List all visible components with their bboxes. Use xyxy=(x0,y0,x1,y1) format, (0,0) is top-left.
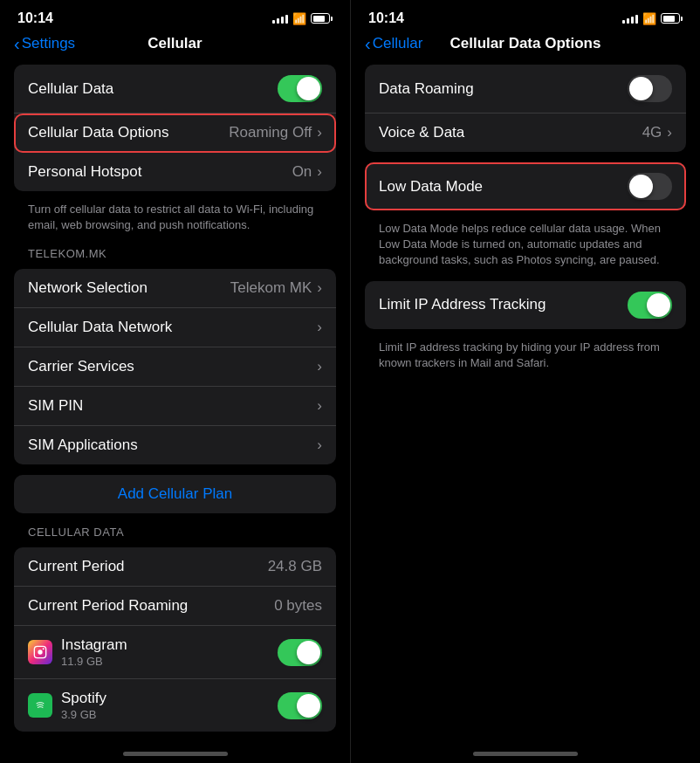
network-selection-value: Telekom MK xyxy=(230,279,312,297)
add-plan-group[interactable]: Add Cellular Plan xyxy=(14,475,336,513)
network-selection-row[interactable]: Network Selection Telekom MK › xyxy=(14,269,336,308)
battery-icon-right xyxy=(661,13,683,24)
back-button-left[interactable]: ‹ Settings xyxy=(14,35,75,52)
instagram-toggle[interactable] xyxy=(278,639,322,666)
limit-ip-description: Limit IP address tracking by hiding your… xyxy=(351,334,700,378)
data-roaming-row[interactable]: Data Roaming xyxy=(365,65,686,113)
cellular-data-toggle[interactable] xyxy=(278,75,322,102)
add-plan-label: Add Cellular Plan xyxy=(118,485,232,503)
low-data-mode-toggle[interactable] xyxy=(628,173,672,200)
personal-hotspot-row[interactable]: Personal Hotspot On › xyxy=(14,153,336,191)
instagram-size: 11.9 GB xyxy=(61,655,127,668)
sim-pin-right: › xyxy=(317,397,322,415)
sim-applications-label: SIM Applications xyxy=(28,436,138,454)
spotify-size: 3.9 GB xyxy=(61,708,106,721)
carrier-services-label: Carrier Services xyxy=(28,358,134,375)
chevron-right-icon: › xyxy=(317,279,322,297)
low-data-mode-label: Low Data Mode xyxy=(379,178,483,196)
instagram-info: Instagram 11.9 GB xyxy=(61,636,127,668)
current-period-roaming-label: Current Period Roaming xyxy=(28,597,188,615)
instagram-label: Instagram xyxy=(61,636,127,654)
signal-icon xyxy=(272,13,288,24)
home-indicator-right xyxy=(351,378,700,763)
voice-data-value: 4G xyxy=(642,124,662,141)
battery-icon xyxy=(311,13,333,24)
spotify-info: Spotify 3.9 GB xyxy=(61,690,106,721)
carrier-services-row[interactable]: Carrier Services › xyxy=(14,347,336,387)
telekom-settings-group: Network Selection Telekom MK › Cellular … xyxy=(14,269,336,464)
carrier-services-right: › xyxy=(317,358,322,375)
chevron-right-icon: › xyxy=(317,397,322,415)
cellular-data-network-right: › xyxy=(317,319,322,336)
personal-hotspot-right: On › xyxy=(292,163,322,181)
cellular-data-section-label: CELLULAR DATA xyxy=(0,519,350,542)
cellular-description: Turn off cellular data to restrict all d… xyxy=(0,196,350,240)
telekom-section-label: TELEKOM.MK xyxy=(0,240,350,264)
cellular-data-network-row[interactable]: Cellular Data Network › xyxy=(14,308,336,347)
time-right: 10:14 xyxy=(368,10,404,26)
svg-point-2 xyxy=(43,649,45,650)
cellular-data-row[interactable]: Cellular Data xyxy=(14,65,336,113)
cellular-data-options-right: Roaming Off › xyxy=(229,124,322,141)
status-bar-right: 10:14 📶 xyxy=(351,0,700,31)
voice-data-right: 4G › xyxy=(642,124,672,141)
spotify-toggle[interactable] xyxy=(278,692,322,719)
sim-pin-label: SIM PIN xyxy=(28,397,83,415)
voice-data-row[interactable]: Voice & Data 4G › xyxy=(365,113,686,152)
voice-data-label: Voice & Data xyxy=(379,124,464,141)
sim-applications-row[interactable]: SIM Applications › xyxy=(14,426,336,464)
instagram-row[interactable]: Instagram 11.9 GB xyxy=(14,626,336,679)
sim-pin-row[interactable]: SIM PIN › xyxy=(14,387,336,426)
status-bar-left: 10:14 📶 xyxy=(0,0,350,31)
spotify-row[interactable]: Spotify 3.9 GB xyxy=(14,679,336,732)
chevron-right-icon: › xyxy=(317,124,322,141)
chevron-right-icon: › xyxy=(317,436,322,454)
cellular-data-network-label: Cellular Data Network xyxy=(28,319,172,336)
network-selection-right: Telekom MK › xyxy=(230,279,322,297)
personal-hotspot-label: Personal Hotspot xyxy=(28,163,141,181)
data-roaming-toggle[interactable] xyxy=(628,75,672,102)
left-screen: 10:14 📶 ‹ Settings Cellular Cellular Da xyxy=(0,0,350,763)
current-period-roaming-row: Current Period Roaming 0 bytes xyxy=(14,587,336,626)
current-period-row: Current Period 24.8 GB xyxy=(14,547,336,587)
status-icons-right: 📶 xyxy=(622,12,683,25)
nav-bar-right: ‹ Cellular Cellular Data Options xyxy=(351,31,700,59)
current-period-roaming-value: 0 bytes xyxy=(274,597,322,615)
limit-ip-row[interactable]: Limit IP Address Tracking xyxy=(365,281,686,329)
add-plan-button[interactable]: Add Cellular Plan xyxy=(14,475,336,513)
instagram-icon xyxy=(28,640,52,664)
back-button-right[interactable]: ‹ Cellular xyxy=(365,35,422,52)
low-data-description: Low Data Mode helps reduce cellular data… xyxy=(351,216,700,276)
home-indicator-left xyxy=(0,737,350,763)
main-settings-group: Cellular Data Cellular Data Options Roam… xyxy=(14,65,336,191)
current-period-label: Current Period xyxy=(28,558,125,575)
network-selection-label: Network Selection xyxy=(28,279,148,297)
limit-ip-toggle[interactable] xyxy=(628,292,672,319)
signal-icon-right xyxy=(622,13,638,24)
chevron-right-icon: › xyxy=(667,124,672,141)
data-roaming-label: Data Roaming xyxy=(379,80,474,98)
cellular-data-label: Cellular Data xyxy=(28,80,113,98)
cellular-data-options-row[interactable]: Cellular Data Options Roaming Off › xyxy=(14,113,336,153)
personal-hotspot-value: On xyxy=(292,163,312,181)
nav-bar-left: ‹ Settings Cellular xyxy=(0,31,350,59)
svg-point-0 xyxy=(38,650,42,655)
svg-point-3 xyxy=(34,700,45,711)
spotify-icon xyxy=(28,693,52,718)
nav-title-right: Cellular Data Options xyxy=(450,35,601,52)
back-chevron-left: ‹ xyxy=(14,35,20,52)
spotify-label: Spotify xyxy=(61,690,106,707)
low-data-mode-group: Low Data Mode xyxy=(365,162,686,210)
home-bar-left xyxy=(123,752,228,756)
cellular-data-options-label: Cellular Data Options xyxy=(28,124,169,141)
time-left: 10:14 xyxy=(17,10,53,26)
limit-ip-label: Limit IP Address Tracking xyxy=(379,296,546,313)
current-period-value: 24.8 GB xyxy=(268,558,322,575)
wifi-icon: 📶 xyxy=(292,12,306,25)
instagram-row-left: Instagram 11.9 GB xyxy=(28,636,127,668)
chevron-right-icon: › xyxy=(317,358,322,375)
right-screen: 10:14 📶 ‹ Cellular Cellular Data Options… xyxy=(350,0,700,763)
low-data-mode-row[interactable]: Low Data Mode xyxy=(365,162,686,210)
cellular-data-options-value: Roaming Off xyxy=(229,124,312,141)
data-options-group: Data Roaming Voice & Data 4G › xyxy=(365,65,686,152)
